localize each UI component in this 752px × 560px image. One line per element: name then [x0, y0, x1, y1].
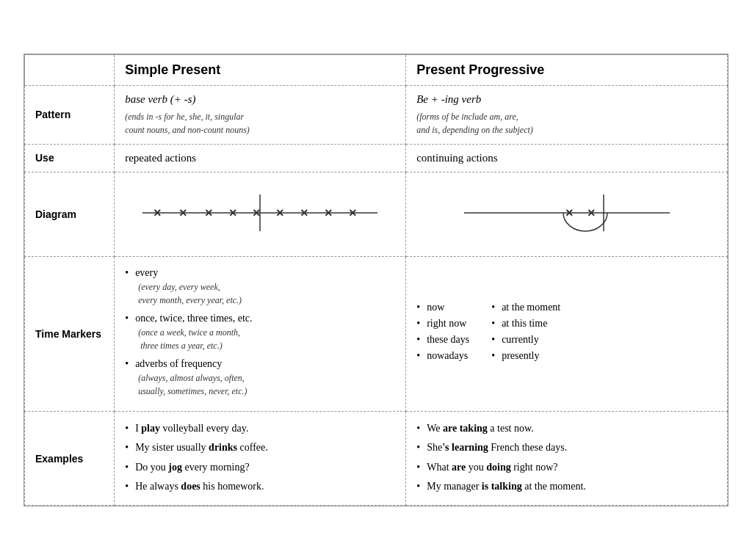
- list-item: right now: [416, 318, 469, 330]
- empty-header: [25, 54, 115, 85]
- time-markers-simple-list: every (every day, every week,every month…: [125, 267, 395, 398]
- list-item: I play volleyball every day.: [125, 421, 395, 437]
- diagram-row: Diagram × × × × × × ×: [25, 172, 728, 256]
- time-markers-row: Time Markers every (every day, every wee…: [25, 256, 728, 411]
- list-item: He always does his homework.: [125, 479, 395, 495]
- prog-markers-col2: at the moment at this time currently pre…: [491, 302, 560, 366]
- svg-text:×: ×: [229, 206, 237, 220]
- list-item: My manager is talking at the moment.: [416, 479, 717, 495]
- examples-simple-list: I play volleyball every day. My sister u…: [125, 421, 395, 495]
- svg-text:×: ×: [588, 206, 596, 220]
- time-markers-simple-cell: every (every day, every week,every month…: [115, 256, 406, 411]
- list-item: adverbs of frequency (always, almost alw…: [125, 358, 395, 398]
- examples-label: Examples: [25, 411, 115, 506]
- use-prog-cell: continuing actions: [406, 144, 728, 172]
- list-item: presently: [491, 350, 560, 362]
- diagram-simple-cell: × × × × × × × × ×: [115, 172, 406, 256]
- pattern-row: Pattern base verb (+ -s) (ends in -s for…: [25, 85, 728, 144]
- simple-present-header: Simple Present: [115, 54, 406, 85]
- main-container: Simple Present Present Progressive Patte…: [24, 54, 728, 507]
- svg-text:×: ×: [153, 206, 162, 220]
- present-progressive-header: Present Progressive: [406, 54, 728, 85]
- use-simple-cell: repeated actions: [115, 144, 406, 172]
- examples-prog-list: We are taking a test now. She's learning…: [416, 421, 717, 495]
- pattern-simple-main: base verb (+ -s): [125, 93, 395, 106]
- list-item: at the moment: [491, 302, 560, 313]
- list-item: My sister usually drinks coffee.: [125, 440, 395, 456]
- diagram-prog-cell: × ×: [406, 172, 728, 256]
- svg-text:×: ×: [276, 206, 284, 220]
- pattern-prog-note: (forms of be include am, are, and is, de…: [416, 110, 717, 137]
- pattern-simple-note: (ends in -s for he, she, it, singular co…: [125, 110, 395, 137]
- list-item: now: [416, 302, 469, 313]
- examples-prog-cell: We are taking a test now. She's learning…: [406, 411, 728, 506]
- use-label: Use: [25, 144, 115, 172]
- svg-text:×: ×: [205, 206, 213, 220]
- time-markers-prog-cell: now right now these days nowadays at the…: [406, 256, 728, 411]
- use-row: Use repeated actions continuing actions: [25, 144, 728, 172]
- examples-row: Examples I play volleyball every day. My…: [25, 411, 728, 506]
- svg-text:×: ×: [300, 206, 308, 220]
- progressive-diagram-svg: × ×: [457, 187, 677, 239]
- pattern-label: Pattern: [25, 85, 115, 144]
- list-item: nowadays: [416, 350, 469, 362]
- pattern-prog-main: Be + -ing verb: [416, 93, 717, 106]
- list-item: these days: [416, 334, 469, 346]
- list-item: She's learning French these days.: [416, 440, 717, 456]
- pattern-simple-cell: base verb (+ -s) (ends in -s for he, she…: [115, 85, 406, 144]
- svg-text:×: ×: [253, 206, 261, 220]
- list-item: We are taking a test now.: [416, 421, 717, 437]
- list-item: at this time: [491, 318, 560, 330]
- prog-markers-col1: now right now these days nowadays: [416, 302, 469, 366]
- pattern-prog-cell: Be + -ing verb (forms of be include am, …: [406, 85, 728, 144]
- list-item: What are you doing right now?: [416, 459, 717, 476]
- diagram-label: Diagram: [25, 172, 115, 256]
- list-item: once, twice, three times, etc. (once a w…: [125, 313, 395, 352]
- svg-text:×: ×: [565, 206, 574, 220]
- svg-text:×: ×: [349, 206, 357, 220]
- list-item: Do you jog every morning?: [125, 459, 395, 476]
- svg-text:×: ×: [325, 206, 333, 220]
- svg-text:×: ×: [179, 206, 187, 220]
- list-item: every (every day, every week,every month…: [125, 267, 395, 307]
- examples-simple-cell: I play volleyball every day. My sister u…: [115, 411, 406, 506]
- simple-diagram-svg: × × × × × × × × ×: [135, 191, 385, 235]
- prog-markers-container: now right now these days nowadays at the…: [416, 302, 717, 366]
- time-markers-label: Time Markers: [25, 256, 115, 411]
- list-item: currently: [491, 334, 560, 346]
